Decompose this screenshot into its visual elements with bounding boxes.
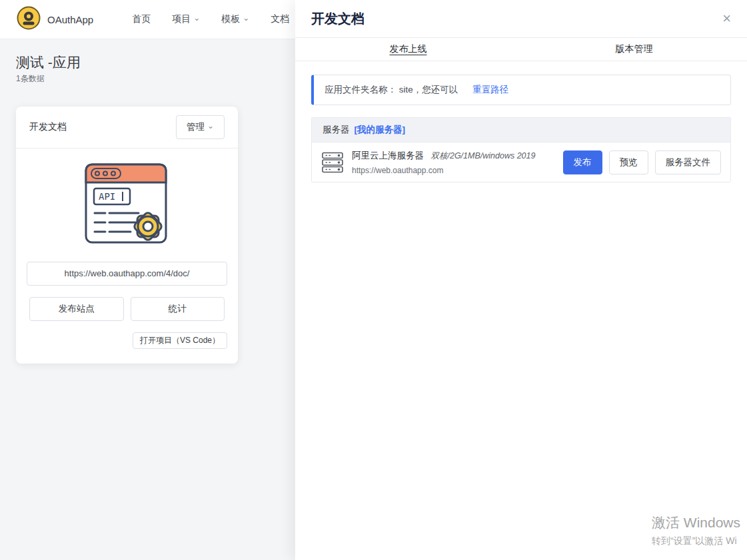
app-card-header: 开发文档 管理 ⌄ [16,107,238,148]
chevron-down-icon: ⌄ [193,14,200,22]
app-logo-icon [16,5,41,33]
server-files-button[interactable]: 服务器文件 [655,150,722,174]
reset-path-link[interactable]: 重置路径 [472,84,508,96]
my-servers-link[interactable]: [我的服务器] [355,124,406,136]
dev-docs-drawer: 开发文档 × 发布上线 版本管理 应用文件夹名称： site，您还可以 重置路径… [295,0,747,560]
brand-name: OAuthApp [47,14,93,25]
server-rack-icon [321,151,344,174]
app-viewport: OAuthApp 首页 项目 ⌄ 模板 ⌄ 文档 测试 -应用 1条数据 开发文… [0,0,747,560]
alert-text: 应用文件夹名称： site，您还可以 [325,84,458,96]
preview-button[interactable]: 预览 [609,150,648,174]
manage-button[interactable]: 管理 ⌄ [176,115,225,139]
stats-button[interactable]: 统计 [131,297,225,321]
main-nav: 首页 项目 ⌄ 模板 ⌄ 文档 [132,13,289,25]
server-name: 阿里云上海服务器 [352,150,424,160]
app-card: 开发文档 管理 ⌄ API [16,107,238,364]
server-panel-header: 服务器 [我的服务器] [312,118,730,142]
card-actions: 发布站点 统计 [29,297,225,321]
folder-name-alert: 应用文件夹名称： site，您还可以 重置路径 [311,75,731,105]
app-url-link[interactable]: https://web.oauthapp.com/4/doc/ [27,262,227,286]
server-spec: 双核/2G/1MB/windows 2019 [430,151,535,160]
nav-item-templates[interactable]: 模板 ⌄ [221,13,249,25]
server-panel: 服务器 [我的服务器] [311,117,731,182]
server-url: https://web.oauthapp.com [352,166,563,175]
app-card-title: 开发文档 [29,121,67,133]
server-actions: 发布 预览 服务器文件 [563,150,722,174]
open-project-row: 打开项目（VS Code） [27,332,227,353]
api-doc-illustration: API [27,158,227,262]
illustration-api-text: API [99,191,115,202]
publish-site-button[interactable]: 发布站点 [29,297,124,321]
nav-item-home[interactable]: 首页 [132,13,151,25]
nav-item-projects[interactable]: 项目 ⌄ [172,13,200,25]
close-icon[interactable]: × [722,11,731,26]
drawer-tabs: 发布上线 版本管理 [295,38,747,61]
server-row: 阿里云上海服务器 双核/2G/1MB/windows 2019 https://… [312,142,730,182]
drawer-body: 应用文件夹名称： site，您还可以 重置路径 服务器 [我的服务器] [295,61,747,196]
nav-item-docs[interactable]: 文档 [271,13,289,25]
open-project-vscode-button[interactable]: 打开项目（VS Code） [133,332,227,349]
server-info: 阿里云上海服务器 双核/2G/1MB/windows 2019 https://… [352,149,563,175]
chevron-down-icon: ⌄ [207,122,214,130]
drawer-header: 开发文档 × [295,0,747,38]
publish-button[interactable]: 发布 [563,150,602,174]
tab-version-management[interactable]: 版本管理 [521,38,747,61]
chevron-down-icon: ⌄ [243,14,249,22]
page-subtitle: 1条数据 [16,73,45,85]
app-card-body: API https://web.oauthapp.com/4/d [16,148,238,364]
tab-publish-online[interactable]: 发布上线 [295,38,521,61]
page-title: 测试 -应用 [16,53,81,72]
drawer-title: 开发文档 [311,10,365,28]
brand[interactable]: OAuthApp [16,5,93,33]
server-label: 服务器 [323,124,350,136]
